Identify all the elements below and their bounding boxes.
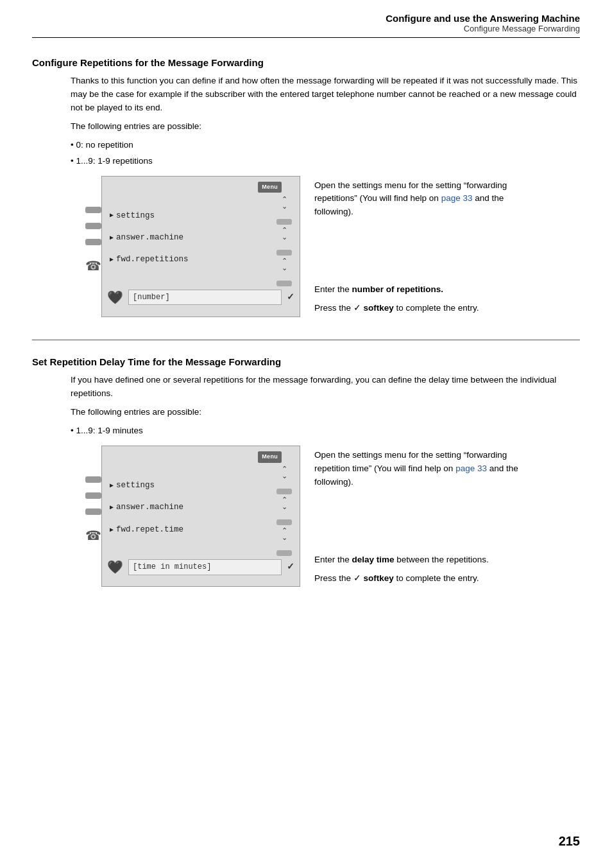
s2-desc-end: to complete the entry. <box>396 573 479 583</box>
s1-lsk-group-3 <box>85 239 101 245</box>
s1-arr-1: ▶ <box>110 211 114 221</box>
section1-title: Configure Repetitions for the Message Fo… <box>32 57 580 68</box>
s2-left-softkey-2 <box>85 492 101 499</box>
s2-pbox-rows: ▶ settings ▶ answer.machine ▶ fwd.repet.… <box>110 480 183 546</box>
s1-left-softkey-2 <box>85 223 101 229</box>
s1-menu-btn[interactable]: Menu <box>258 182 282 193</box>
s1-row-settings: ▶ settings <box>110 210 189 222</box>
s2-left-softkey-3 <box>85 508 101 515</box>
s1-desc-b1: Enter the <box>314 284 352 294</box>
section1-bullet-1: 0: no repetition <box>71 139 580 152</box>
s2-keypad-group: ☎︎ <box>85 526 101 546</box>
s1-desc-b2: Press the <box>314 303 353 313</box>
s2-desc-b1: Enter the <box>314 555 352 564</box>
s1-arrow-down-2: ⌄ <box>282 234 287 241</box>
s2-rhs-nav-grp-1: ⌃ ⌄ <box>282 465 287 480</box>
section2-title: Set Repetition Delay Time for the Messag… <box>32 356 580 367</box>
s2-desc-softkey-label: softkey <box>364 573 394 583</box>
s2-rhs-nav-grp-3: ⌃ ⌄ <box>282 527 287 541</box>
s2-arrow-down-1: ⌄ <box>282 473 287 480</box>
section1-left-nav: ☎︎ <box>71 176 101 286</box>
section1-phone-box: Menu ⌃ ⌄ ⌃ ⌄ <box>101 176 300 317</box>
s1-softkey-r1 <box>276 219 292 225</box>
s2-row-settings: ▶ settings <box>110 480 183 492</box>
s2-desc-bottom: Enter the delay time between the repetit… <box>300 546 531 591</box>
section2-para2: The following entries are possible: <box>71 406 580 419</box>
s1-softkey-r2 <box>276 250 292 256</box>
s2-rhs-nav-grp-2: ⌃ ⌄ <box>282 496 287 510</box>
s1-desc-bottom: Enter the number of repetitions. Press t… <box>300 275 531 320</box>
divider <box>32 340 580 340</box>
section2-diagram: ☎︎ Menu ⌃ ⌄ ⌃ ⌄ <box>71 446 580 591</box>
s2-pbox-bottom: 🖤 [time in minutes] ✓ <box>107 557 294 577</box>
s1-arrow-up-1: ⌃ <box>282 196 287 203</box>
s2-arr-2: ▶ <box>110 503 114 513</box>
s2-row-answer-machine: ▶ answer.machine <box>110 501 183 514</box>
page-header: Configure and use the Answering Machine … <box>32 13 580 38</box>
s1-desc-link[interactable]: page 33 <box>441 193 473 203</box>
section-delay-time: Set Repetition Delay Time for the Messag… <box>32 356 580 590</box>
s2-arrow-down-3: ⌄ <box>282 534 287 541</box>
s2-arr-3: ▶ <box>110 525 114 535</box>
s2-desc-top: Open the settings menu for the setting “… <box>300 446 531 494</box>
section2-bullets: 1...9: 1-9 minutes <box>71 424 580 438</box>
s2-keypad-icon-inner: 🖤 <box>107 557 123 577</box>
section2-para1: If you have defined one or several repet… <box>71 374 580 401</box>
s1-desc-press: Press the ✓ softkey to complete the entr… <box>314 302 531 315</box>
s1-desc-softkey-sym: ✓ <box>353 303 361 313</box>
s2-checkmark: ✓ <box>287 560 294 574</box>
s2-desc-b3: Press the <box>314 573 353 583</box>
s1-rhs-nav: ⌃ ⌄ ⌃ ⌄ ⌃ ⌄ <box>276 196 292 288</box>
s1-pbox-bottom: 🖤 [number] ✓ <box>107 288 294 308</box>
section2-phone-box: Menu ⌃ ⌄ ⌃ ⌄ ⌃ <box>101 446 300 587</box>
s2-label-answer-machine: answer.machine <box>116 501 183 514</box>
s2-softkey-r3 <box>276 550 292 556</box>
page-number: 215 <box>559 834 580 849</box>
s2-desc-enter: Enter the delay time between the repetit… <box>314 553 531 567</box>
section2-bullet-1: 1...9: 1-9 minutes <box>71 424 580 438</box>
s1-arrow-down-1: ⌄ <box>282 203 287 210</box>
s1-rhs-nav-grp-3: ⌃ ⌄ <box>282 257 287 272</box>
s2-menu-btn[interactable]: Menu <box>258 451 282 463</box>
section1-para1: Thanks to this function you can define i… <box>71 74 580 115</box>
section1-bullet-2: 1...9: 1-9 repetitions <box>71 155 580 168</box>
s2-desc-b2: between the repetitions. <box>395 555 489 564</box>
s2-softkey-r1 <box>276 489 292 494</box>
s1-lsk-group-1 <box>85 207 101 213</box>
s1-softkey-r3 <box>276 281 292 286</box>
section2-body: If you have defined one or several repet… <box>32 374 580 590</box>
s1-rhs-nav-grp-1: ⌃ ⌄ <box>282 196 287 210</box>
section1-bullets: 0: no repetition 1...9: 1-9 repetitions <box>71 139 580 168</box>
s1-arr-3: ▶ <box>110 255 114 265</box>
s1-keypad-group: ☎︎ <box>85 256 101 276</box>
s2-desc-link[interactable]: page 33 <box>455 464 487 473</box>
s2-lsk-group-2 <box>85 492 101 499</box>
s1-row-answer-machine: ▶ answer.machine <box>110 232 189 244</box>
s2-lsk-group-1 <box>85 476 101 483</box>
s1-pbox-rows: ▶ settings ▶ answer.machine ▶ fwd.repeti… <box>110 210 189 276</box>
s2-row-fwd-repet-time: ▶ fwd.repet.time <box>110 524 183 536</box>
s1-number-field[interactable]: [number] <box>128 290 282 306</box>
section1-diagram: ☎︎ Menu ⌃ ⌄ <box>71 176 580 321</box>
header-title: Configure and use the Answering Machine <box>32 13 580 24</box>
s2-keypad-icon: ☎︎ <box>85 526 101 546</box>
section1-para2: The following entries are possible: <box>71 120 580 134</box>
s1-desc-softkey-label: softkey <box>364 303 394 313</box>
s1-desc-bold: number of repetitions. <box>352 284 444 294</box>
s2-desc-top-text: Open the settings menu for the setting “… <box>314 449 531 489</box>
s1-row-fwd-repetitions: ▶ fwd.repetitions <box>110 254 189 266</box>
section1-body: Thanks to this function you can define i… <box>32 74 580 320</box>
s2-desc-bold: delay time <box>352 555 395 564</box>
s2-desc-column: Open the settings menu for the setting “… <box>300 446 531 591</box>
s2-softkey-r2 <box>276 519 292 525</box>
s1-desc-top: Open the settings menu for the setting “… <box>300 176 531 225</box>
page: Configure and use the Answering Machine … <box>0 0 612 868</box>
section2-left-nav: ☎︎ <box>71 446 101 555</box>
s2-time-field[interactable]: [time in minutes] <box>128 559 282 575</box>
s1-desc-end: to complete the entry. <box>396 303 479 313</box>
s1-label-fwd-repetitions: fwd.repetitions <box>116 254 189 266</box>
s1-rhs-nav-grp-2: ⌃ ⌄ <box>282 227 287 241</box>
s2-label-fwd-repet-time: fwd.repet.time <box>116 524 183 536</box>
s1-label-settings: settings <box>116 210 155 222</box>
s2-left-softkey-1 <box>85 476 101 483</box>
